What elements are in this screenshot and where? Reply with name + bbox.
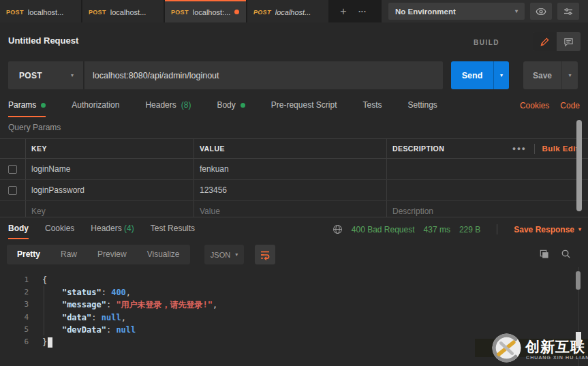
param-description-placeholder[interactable]: Description <box>387 201 588 217</box>
copy-response-button[interactable] <box>539 249 549 259</box>
select-all-cell <box>0 139 26 158</box>
param-key-placeholder[interactable]: Key <box>26 201 194 217</box>
tab-authorization[interactable]: Authorization <box>72 100 119 116</box>
response-view-switcher: Pretty Raw Preview Visualize <box>7 245 190 264</box>
send-button[interactable]: Send ▾ <box>451 61 509 89</box>
page-scrollbar-thumb[interactable] <box>576 332 581 346</box>
request-tab-3-active[interactable]: POST localhost:... <box>165 0 246 22</box>
view-preview[interactable]: Preview <box>87 245 137 264</box>
plus-icon: + <box>340 5 346 18</box>
line-number: 3 <box>0 299 29 311</box>
save-button[interactable]: Save ▾ <box>523 61 578 89</box>
body-active-dot <box>241 103 245 108</box>
view-raw[interactable]: Raw <box>50 245 87 264</box>
tab-body[interactable]: Body <box>217 100 245 116</box>
environment-quick-look-button[interactable] <box>530 3 552 20</box>
edit-mode-button[interactable] <box>533 32 557 51</box>
response-size[interactable]: 229 B <box>459 225 480 234</box>
code-link[interactable]: Code <box>560 101 580 110</box>
text-cursor <box>48 337 52 348</box>
save-response-button[interactable]: Save Response ▾ <box>514 225 581 234</box>
globe-icon[interactable] <box>332 224 343 234</box>
code-segment: : <box>106 324 116 336</box>
response-tab-cookies[interactable]: Cookies <box>45 224 74 239</box>
request-title[interactable]: Untitled Request <box>8 35 78 46</box>
query-params-table: KEY VALUE DESCRIPTION ●●● Bulk Edit logi… <box>0 138 588 217</box>
search-response-button[interactable] <box>561 249 571 259</box>
tab-label: Headers <box>91 224 121 233</box>
query-params-section-label: Query Params <box>8 123 61 132</box>
tab-options-button[interactable]: ••• <box>353 0 372 22</box>
request-tab-bar: POST localhost... POST localhost... POST… <box>0 0 382 22</box>
row-checkbox[interactable] <box>8 165 17 174</box>
tab-label: Params <box>8 100 36 110</box>
headers-count-badge: (8) <box>181 100 191 110</box>
params-options-button[interactable]: ●●● <box>512 145 527 152</box>
method-badge: POST <box>89 9 106 16</box>
row-checkbox[interactable] <box>8 186 17 195</box>
chevron-down-icon: ▾ <box>235 251 238 258</box>
code-line: 3 "message": "用户未登录，请先登录!", <box>0 299 577 311</box>
method-selector[interactable]: POST ▾ <box>8 61 84 89</box>
param-value-placeholder[interactable]: Value <box>194 201 387 217</box>
code-segment: { <box>42 274 47 286</box>
response-tab-test-results[interactable]: Test Results <box>151 224 195 239</box>
line-number: 5 <box>0 324 29 336</box>
request-tab-1[interactable]: POST localhost... <box>0 0 81 22</box>
send-options-button[interactable]: ▾ <box>493 61 509 89</box>
tab-settings[interactable]: Settings <box>408 100 437 116</box>
param-placeholder-row: Key Value Description <box>0 201 588 217</box>
url-input[interactable] <box>84 61 443 89</box>
code-segment: "message" <box>62 299 106 311</box>
params-active-dot <box>41 103 46 108</box>
param-key-cell[interactable]: loginPassword <box>26 180 194 200</box>
code-segment <box>42 299 62 311</box>
code-segment: null <box>116 324 136 336</box>
response-time[interactable]: 437 ms <box>424 225 450 234</box>
environment-settings-button[interactable] <box>557 3 579 20</box>
send-button-label[interactable]: Send <box>451 61 493 89</box>
tab-params[interactable]: Params <box>8 100 46 117</box>
param-description-cell[interactable] <box>387 180 588 200</box>
response-scrollbar-thumb[interactable] <box>576 271 581 290</box>
bulk-edit-link[interactable]: Bulk Edit <box>542 144 578 153</box>
response-tab-headers[interactable]: Headers (4) <box>91 224 134 239</box>
request-tab-label: localhost... <box>110 8 146 16</box>
tab-prerequest-script[interactable]: Pre-request Script <box>271 100 337 116</box>
response-tab-body[interactable]: Body <box>8 224 29 239</box>
code-segment: "status" <box>62 286 102 299</box>
request-tab-label: localhost:... <box>193 8 231 16</box>
save-button-label[interactable]: Save <box>523 61 561 89</box>
edit-comment-toggle <box>533 32 581 51</box>
param-description-cell[interactable] <box>387 159 588 179</box>
code-segment: , <box>126 286 131 299</box>
param-value-cell[interactable]: fenkuan <box>194 159 387 179</box>
status-badge[interactable]: 400 Bad Request <box>352 225 415 234</box>
environment-selector[interactable]: No Environment ▾ <box>388 3 525 20</box>
view-visualize[interactable]: Visualize <box>137 245 190 264</box>
wrap-text-button[interactable] <box>255 245 275 264</box>
code-line: 4 "data": null, <box>0 311 577 324</box>
response-format-selector[interactable]: JSON ▾ <box>204 245 244 264</box>
param-key-cell[interactable]: loginName <box>26 159 194 179</box>
params-scrollbar-thumb[interactable] <box>576 120 582 211</box>
code-segment: "用户未登录，请先登录!" <box>116 299 213 311</box>
param-value-cell[interactable]: 123456 <box>194 180 387 200</box>
chevron-down-icon: ▾ <box>500 72 503 78</box>
code-segment <box>42 311 62 324</box>
code-segment <box>42 324 62 336</box>
tab-tests[interactable]: Tests <box>362 100 382 116</box>
cookies-link[interactable]: Cookies <box>520 101 549 110</box>
request-tab-2[interactable]: POST localhost... <box>82 0 164 22</box>
new-tab-button[interactable]: + <box>334 0 353 22</box>
view-pretty[interactable]: Pretty <box>7 245 50 264</box>
tab-label: Settings <box>408 100 437 110</box>
tab-headers[interactable]: Headers (8) <box>145 100 191 116</box>
column-header-description: DESCRIPTION ●●● Bulk Edit <box>387 139 588 158</box>
divider <box>497 224 497 234</box>
chevron-down-icon: ▾ <box>71 72 74 78</box>
save-options-button[interactable]: ▾ <box>561 61 578 89</box>
comments-button[interactable] <box>557 32 581 51</box>
code-line: 1{ <box>0 274 577 286</box>
request-tab-4[interactable]: POST localhost... <box>247 0 328 22</box>
